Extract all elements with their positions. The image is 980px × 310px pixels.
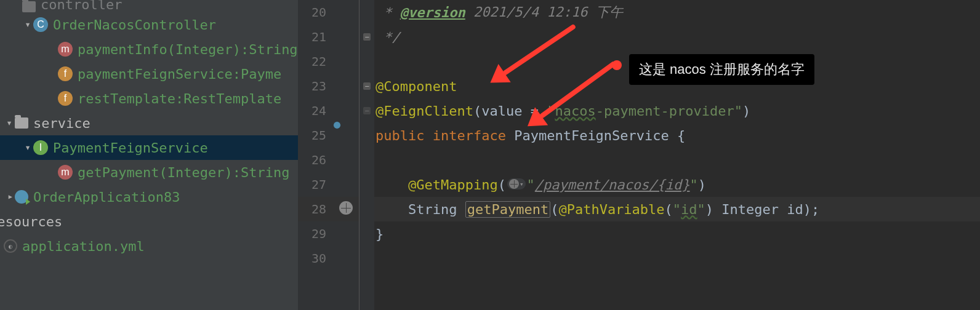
line-number: 23 [305, 79, 326, 93]
comment-close: */ [384, 30, 400, 45]
tree-item-field-resttemplate[interactable]: f restTemplate:RestTemplate [0, 86, 298, 111]
caret-highlight: getPayment [465, 201, 550, 218]
annotation: @Component [376, 79, 457, 94]
paren: ( [665, 202, 673, 217]
web-endpoint-icon[interactable] [339, 201, 353, 215]
line-number: 25 [305, 128, 326, 143]
chevron-down-icon[interactable]: ▾ [4, 117, 15, 129]
tree-label: paymentInfo(Integer):String [78, 42, 298, 57]
gutter-line[interactable]: 30 [298, 246, 359, 271]
comment-text: 2021/5/4 12:16 下午 [465, 3, 623, 22]
indent [376, 202, 408, 217]
fold-marker-icon[interactable] [363, 107, 371, 114]
url-globe-icon[interactable]: ▾ [507, 178, 526, 189]
code-line-21[interactable]: */ [374, 25, 980, 49]
comment-text: * [376, 5, 400, 20]
code-line-26[interactable] [374, 148, 980, 172]
method-icon: m [58, 42, 73, 57]
paren: ( [550, 202, 558, 217]
tree-label: application.yml [22, 239, 145, 254]
tree-label: PaymentFeignService [53, 140, 208, 156]
tree-item-folder-service[interactable]: ▾ service [0, 111, 298, 135]
fold-marker-icon[interactable] [363, 33, 371, 41]
annotation: @PathVariable [558, 202, 664, 217]
gutter-line[interactable]: 23 [298, 74, 359, 98]
line-number: 22 [305, 54, 326, 69]
line-number: 28 [305, 202, 326, 217]
string: id [681, 202, 697, 217]
paren: ); [803, 202, 820, 217]
line-number: 29 [305, 226, 326, 241]
chevron-right-icon[interactable]: ▾ [4, 191, 15, 202]
field-icon: f [58, 91, 73, 106]
paren: ) [698, 177, 706, 193]
annotation-tooltip: 这是 nacos 注册服务的名字 [629, 54, 814, 85]
tree-label: OrderNacosController [53, 17, 216, 33]
editor-gutter[interactable]: 20 21 22 23 24 25 26 27 28 29 30 [298, 0, 359, 310]
keyword: interface [433, 128, 514, 143]
tree-label: controller [41, 0, 122, 12]
code-line-29[interactable]: } [374, 221, 980, 246]
tree-item-method-paymentinfo[interactable]: m paymentInfo(Integer):String [0, 37, 298, 62]
comment-text [376, 30, 384, 45]
gutter-line[interactable]: 21 [298, 25, 359, 49]
string: " [673, 202, 681, 217]
chevron-down-icon[interactable]: ▾ [22, 18, 33, 30]
code-line-25[interactable]: public interface PaymentFeignService { [374, 123, 980, 148]
line-number: 26 [305, 153, 326, 167]
interface-icon: I [33, 140, 48, 155]
tree-label: paymentFeignService:Payme [78, 66, 281, 82]
line-number: 30 [305, 251, 326, 266]
gutter-line[interactable]: 25 [298, 123, 359, 148]
fold-marker-icon[interactable] [363, 82, 371, 90]
code-line-30[interactable] [374, 246, 980, 271]
method-icon: m [58, 165, 73, 180]
gutter-line[interactable]: 28 [298, 197, 359, 221]
chevron-down-icon[interactable]: ▾ [22, 141, 33, 153]
gutter-line[interactable]: 22 [298, 49, 359, 74]
tree-item-controller-cut[interactable]: controller [0, 0, 298, 12]
gutter-line[interactable]: 24 [298, 98, 359, 123]
tree-item-method-getpayment[interactable]: m getPayment(Integer):String [0, 160, 298, 185]
yaml-file-icon: ◐ [4, 239, 17, 253]
javadoc-tag: @version [400, 5, 465, 20]
code-line-20[interactable]: * @version 2021/5/4 12:16 下午 [374, 0, 980, 25]
code-line-24[interactable]: @FeignClient(value = "nacos-payment-prov… [374, 98, 980, 123]
param-type: Integer [721, 202, 787, 217]
brace: { [677, 128, 685, 143]
fold-column[interactable] [359, 0, 374, 310]
mapping-path: /payment/nacos/{id} [535, 177, 690, 193]
string: -payment-provider" [596, 103, 742, 119]
tree-item-field-paymentfeignservice[interactable]: f paymentFeignService:Payme [0, 62, 298, 86]
line-number: 27 [305, 177, 326, 192]
tree-label: getPayment(Integer):String [78, 165, 289, 180]
gutter-line[interactable]: 29 [298, 221, 359, 246]
line-number: 21 [305, 30, 326, 44]
string: nacos [555, 103, 595, 119]
tree-item-class-ordernacoscontroller[interactable]: ▾ C OrderNacosController [0, 12, 298, 37]
tree-item-resources[interactable]: resources [0, 209, 298, 234]
indent [376, 177, 408, 193]
paren: ) [705, 202, 722, 217]
project-tree[interactable]: controller ▾ C OrderNacosController m pa… [0, 0, 298, 310]
string: " [689, 177, 697, 193]
field-icon: f [58, 66, 73, 81]
gutter-line[interactable]: 20 [298, 0, 359, 25]
paren: ) [742, 103, 750, 119]
string: " [527, 177, 535, 193]
paren: ( [498, 177, 506, 193]
code-line-27[interactable]: @GetMapping(▾"/payment/nacos/{id}") [374, 172, 980, 197]
tree-label: service [33, 116, 90, 131]
run-config-icon [15, 190, 28, 204]
gutter-line[interactable]: 27 [298, 172, 359, 197]
tree-item-interface-paymentfeignservice[interactable]: ▾ I PaymentFeignService [0, 135, 298, 160]
code-editor[interactable]: * @version 2021/5/4 12:16 下午 */ @Compone… [374, 0, 980, 310]
return-type: String [408, 202, 465, 217]
gutter-line[interactable]: 26 [298, 148, 359, 172]
tree-item-application-yml[interactable]: ◐ application.yml [0, 234, 298, 258]
tree-item-orderapplication83[interactable]: ▾ OrderApplication83 [0, 185, 298, 209]
line-number: 24 [305, 103, 326, 118]
code-line-28[interactable]: String getPayment(@PathVariable("id") In… [374, 197, 980, 221]
annotation: @FeignClient [376, 103, 473, 119]
keyword: public [376, 128, 433, 143]
